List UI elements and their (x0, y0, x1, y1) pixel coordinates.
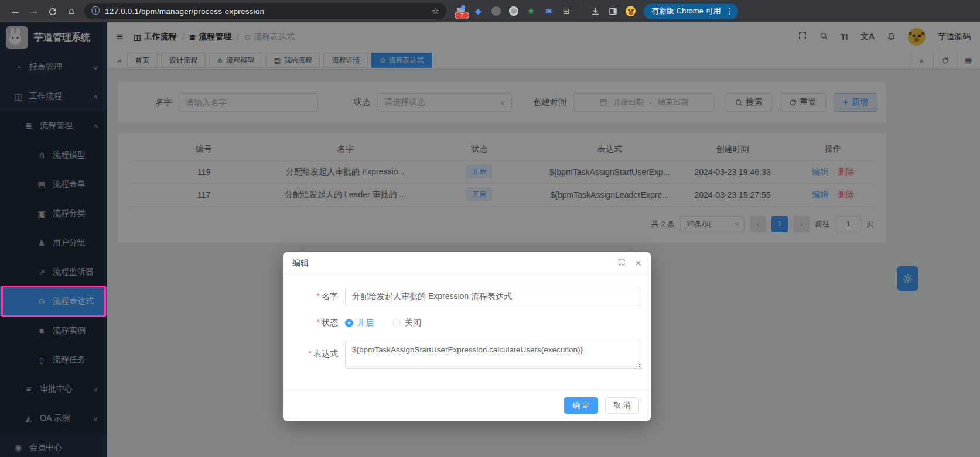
site-info-icon[interactable]: ⓘ (91, 6, 100, 16)
required-asterisk: * (309, 349, 312, 358)
extension-icon[interactable] (508, 6, 518, 16)
browser-reload-icon[interactable] (43, 0, 62, 22)
dialog-fullscreen-icon[interactable] (617, 258, 626, 269)
name-field-input[interactable] (345, 288, 641, 305)
browser-forward-icon[interactable]: → (25, 0, 43, 22)
radio-status-on[interactable]: 开启 (345, 318, 374, 328)
extensions-row: 7 ◆ ★ ≋ ⊞ (456, 6, 636, 16)
dialog-body: *名字 *状态 开启 关闭 *表达式 ${bpmTaskAssignStartU… (283, 274, 651, 390)
confirm-button[interactable]: 确 定 (564, 397, 598, 414)
divider (581, 6, 581, 16)
address-bar[interactable]: ⓘ 127.0.0.1/bpm/manager/process-expressi… (84, 3, 446, 19)
cancel-button[interactable]: 取 消 (605, 397, 639, 414)
extension-icon[interactable]: ★ (526, 6, 536, 16)
profile-avatar-icon[interactable] (626, 6, 636, 16)
edit-dialog: 编辑 × *名字 *状态 开启 关闭 *表达式 ${bpmTaskAssignS… (283, 252, 651, 421)
dialog-close-icon[interactable]: × (635, 257, 641, 269)
extension-icon[interactable]: ≋ (544, 6, 554, 16)
dialog-header: 编辑 × (283, 252, 651, 274)
downloads-icon[interactable] (590, 6, 600, 16)
extension-icon[interactable]: 7 (456, 6, 466, 16)
url-text: 127.0.0.1/bpm/manager/process-expression (105, 7, 264, 16)
expression-field-label: *表达式 (292, 349, 338, 359)
browser-menu-icon[interactable]: ⋮ (725, 6, 733, 16)
radio-selected-icon (345, 319, 353, 327)
bookmark-star-icon[interactable]: ☆ (432, 6, 439, 16)
status-radio-group: 开启 关闭 (345, 318, 421, 328)
side-panel-icon[interactable] (608, 6, 618, 16)
extensions-puzzle-icon[interactable]: ⊞ (561, 6, 571, 16)
name-field-label: *名字 (292, 291, 338, 302)
expression-field-textarea[interactable]: ${bpmTaskAssignStartUserExpression.calcu… (345, 341, 641, 369)
status-field-label: *状态 (292, 318, 338, 328)
browser-toolbar: ← → ⌂ ⓘ 127.0.0.1/bpm/manager/process-ex… (0, 0, 980, 22)
required-asterisk: * (317, 318, 320, 327)
browser-home-icon[interactable]: ⌂ (62, 0, 81, 22)
dialog-title: 编辑 (292, 258, 309, 269)
radio-unselected-icon (392, 319, 401, 327)
dialog-footer: 确 定 取 消 (283, 390, 651, 421)
radio-status-off[interactable]: 关闭 (392, 318, 421, 328)
extension-icon[interactable] (491, 6, 501, 16)
chrome-update-button[interactable]: 有新版 Chrome 可用 ⋮ (644, 4, 738, 19)
extension-icon[interactable]: ◆ (473, 6, 483, 16)
required-asterisk: * (317, 291, 320, 301)
browser-back-icon[interactable]: ← (6, 0, 25, 22)
